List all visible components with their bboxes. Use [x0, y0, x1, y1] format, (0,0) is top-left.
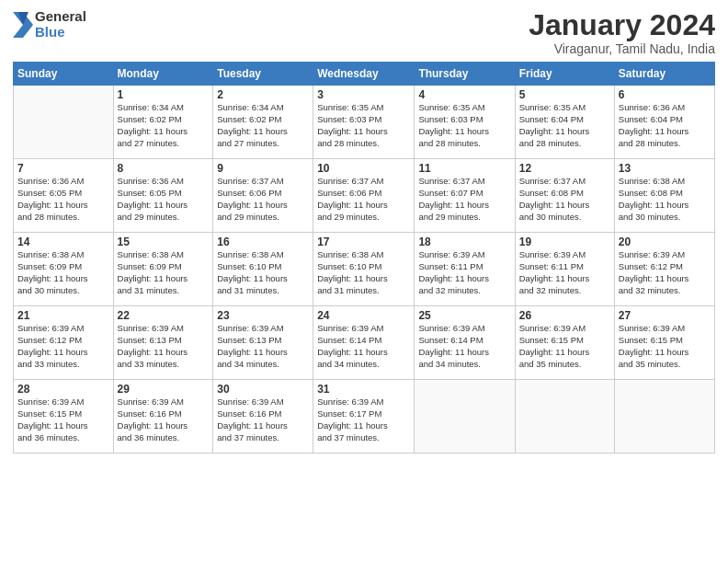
day-number: 1: [118, 88, 210, 101]
day-info: Sunrise: 6:36 AM Sunset: 6:05 PM Dayligh…: [118, 176, 210, 223]
day-number: 19: [519, 236, 610, 248]
calendar-title: January 2024: [529, 9, 715, 41]
day-number: 29: [118, 383, 210, 396]
day-cell: 4Sunrise: 6:35 AM Sunset: 6:03 PM Daylig…: [415, 86, 515, 159]
day-cell: 7Sunrise: 6:36 AM Sunset: 6:05 PM Daylig…: [14, 159, 114, 233]
day-number: 2: [217, 88, 309, 101]
day-info: Sunrise: 6:39 AM Sunset: 6:11 PM Dayligh…: [519, 249, 610, 296]
calendar-header: Sunday Monday Tuesday Wednesday Thursday…: [14, 63, 715, 86]
day-number: 26: [519, 309, 610, 322]
day-info: Sunrise: 6:37 AM Sunset: 6:06 PM Dayligh…: [317, 176, 410, 223]
day-number: 20: [619, 236, 711, 248]
week-row-2: 7Sunrise: 6:36 AM Sunset: 6:05 PM Daylig…: [14, 159, 715, 233]
day-number: 3: [317, 88, 410, 101]
day-cell: 28Sunrise: 6:39 AM Sunset: 6:15 PM Dayli…: [14, 380, 114, 454]
day-cell: 24Sunrise: 6:39 AM Sunset: 6:14 PM Dayli…: [313, 306, 415, 380]
day-cell: [415, 380, 515, 454]
page-container: General Blue January 2024 Viraganur, Tam…: [0, 0, 728, 563]
day-cell: 22Sunrise: 6:39 AM Sunset: 6:13 PM Dayli…: [113, 306, 213, 380]
day-number: 9: [217, 162, 309, 175]
day-info: Sunrise: 6:37 AM Sunset: 6:06 PM Dayligh…: [217, 176, 309, 223]
day-info: Sunrise: 6:35 AM Sunset: 6:03 PM Dayligh…: [317, 102, 410, 149]
day-number: 24: [317, 309, 410, 322]
day-info: Sunrise: 6:38 AM Sunset: 6:10 PM Dayligh…: [217, 249, 309, 296]
day-number: 22: [118, 309, 210, 322]
col-monday: Monday: [113, 63, 213, 86]
day-number: 21: [17, 309, 109, 322]
day-number: 4: [418, 88, 510, 101]
day-cell: 3Sunrise: 6:35 AM Sunset: 6:03 PM Daylig…: [313, 86, 415, 159]
day-cell: 15Sunrise: 6:38 AM Sunset: 6:09 PM Dayli…: [113, 233, 213, 306]
day-number: 8: [118, 162, 210, 175]
day-info: Sunrise: 6:39 AM Sunset: 6:17 PM Dayligh…: [317, 396, 410, 443]
day-number: 30: [217, 383, 309, 396]
day-number: 25: [418, 309, 510, 322]
day-number: 18: [418, 236, 510, 248]
calendar-subtitle: Viraganur, Tamil Nadu, India: [529, 41, 715, 56]
col-wednesday: Wednesday: [313, 63, 415, 86]
day-cell: [515, 380, 614, 454]
title-block: January 2024 Viraganur, Tamil Nadu, Indi…: [529, 9, 715, 56]
day-info: Sunrise: 6:39 AM Sunset: 6:15 PM Dayligh…: [519, 323, 610, 370]
day-cell: 2Sunrise: 6:34 AM Sunset: 6:02 PM Daylig…: [213, 86, 313, 159]
day-number: 10: [317, 162, 410, 175]
day-info: Sunrise: 6:39 AM Sunset: 6:13 PM Dayligh…: [118, 323, 210, 370]
day-cell: 5Sunrise: 6:35 AM Sunset: 6:04 PM Daylig…: [515, 86, 614, 159]
day-cell: 31Sunrise: 6:39 AM Sunset: 6:17 PM Dayli…: [313, 380, 415, 454]
col-tuesday: Tuesday: [213, 63, 313, 86]
day-info: Sunrise: 6:36 AM Sunset: 6:05 PM Dayligh…: [17, 176, 109, 223]
day-number: 17: [317, 236, 410, 248]
day-cell: [14, 86, 114, 159]
logo-blue: Blue: [35, 25, 86, 40]
day-info: Sunrise: 6:39 AM Sunset: 6:15 PM Dayligh…: [619, 323, 711, 370]
day-cell: 6Sunrise: 6:36 AM Sunset: 6:04 PM Daylig…: [614, 86, 714, 159]
day-info: Sunrise: 6:37 AM Sunset: 6:08 PM Dayligh…: [519, 176, 610, 223]
day-info: Sunrise: 6:35 AM Sunset: 6:03 PM Dayligh…: [418, 102, 510, 149]
day-info: Sunrise: 6:35 AM Sunset: 6:04 PM Dayligh…: [519, 102, 610, 149]
day-cell: 10Sunrise: 6:37 AM Sunset: 6:06 PM Dayli…: [313, 159, 415, 233]
day-number: 7: [17, 162, 109, 175]
day-info: Sunrise: 6:39 AM Sunset: 6:14 PM Dayligh…: [418, 323, 510, 370]
day-cell: 23Sunrise: 6:39 AM Sunset: 6:13 PM Dayli…: [213, 306, 313, 380]
day-number: 12: [519, 162, 610, 175]
day-info: Sunrise: 6:38 AM Sunset: 6:09 PM Dayligh…: [17, 249, 109, 296]
day-number: 15: [118, 236, 210, 248]
day-cell: 27Sunrise: 6:39 AM Sunset: 6:15 PM Dayli…: [614, 306, 714, 380]
day-cell: 12Sunrise: 6:37 AM Sunset: 6:08 PM Dayli…: [515, 159, 614, 233]
day-info: Sunrise: 6:39 AM Sunset: 6:13 PM Dayligh…: [217, 323, 309, 370]
day-number: 6: [619, 88, 711, 101]
day-number: 5: [519, 88, 610, 101]
header-row: Sunday Monday Tuesday Wednesday Thursday…: [14, 63, 715, 86]
day-number: 27: [619, 309, 711, 322]
day-info: Sunrise: 6:37 AM Sunset: 6:07 PM Dayligh…: [418, 176, 510, 223]
day-cell: 1Sunrise: 6:34 AM Sunset: 6:02 PM Daylig…: [113, 86, 213, 159]
day-info: Sunrise: 6:38 AM Sunset: 6:09 PM Dayligh…: [118, 249, 210, 296]
day-cell: 11Sunrise: 6:37 AM Sunset: 6:07 PM Dayli…: [415, 159, 515, 233]
day-info: Sunrise: 6:34 AM Sunset: 6:02 PM Dayligh…: [118, 102, 210, 149]
day-info: Sunrise: 6:38 AM Sunset: 6:08 PM Dayligh…: [619, 176, 711, 223]
col-thursday: Thursday: [415, 63, 515, 86]
day-cell: [614, 380, 714, 454]
calendar-body: 1Sunrise: 6:34 AM Sunset: 6:02 PM Daylig…: [14, 86, 715, 454]
day-cell: 16Sunrise: 6:38 AM Sunset: 6:10 PM Dayli…: [213, 233, 313, 306]
day-number: 11: [418, 162, 510, 175]
col-sunday: Sunday: [14, 63, 114, 86]
day-cell: 8Sunrise: 6:36 AM Sunset: 6:05 PM Daylig…: [113, 159, 213, 233]
day-info: Sunrise: 6:39 AM Sunset: 6:16 PM Dayligh…: [217, 396, 309, 443]
week-row-4: 21Sunrise: 6:39 AM Sunset: 6:12 PM Dayli…: [14, 306, 715, 380]
logo-general: General: [35, 9, 86, 25]
day-cell: 13Sunrise: 6:38 AM Sunset: 6:08 PM Dayli…: [614, 159, 714, 233]
col-friday: Friday: [515, 63, 614, 86]
day-info: Sunrise: 6:39 AM Sunset: 6:11 PM Dayligh…: [418, 249, 510, 296]
day-number: 13: [619, 162, 711, 175]
day-cell: 9Sunrise: 6:37 AM Sunset: 6:06 PM Daylig…: [213, 159, 313, 233]
logo-text: General Blue: [35, 9, 86, 40]
logo: General Blue: [13, 9, 86, 40]
day-number: 28: [17, 383, 109, 396]
header: General Blue January 2024 Viraganur, Tam…: [13, 9, 715, 56]
day-cell: 20Sunrise: 6:39 AM Sunset: 6:12 PM Dayli…: [614, 233, 714, 306]
col-saturday: Saturday: [614, 63, 714, 86]
day-cell: 29Sunrise: 6:39 AM Sunset: 6:16 PM Dayli…: [113, 380, 213, 454]
day-info: Sunrise: 6:34 AM Sunset: 6:02 PM Dayligh…: [217, 102, 309, 149]
week-row-1: 1Sunrise: 6:34 AM Sunset: 6:02 PM Daylig…: [14, 86, 715, 159]
